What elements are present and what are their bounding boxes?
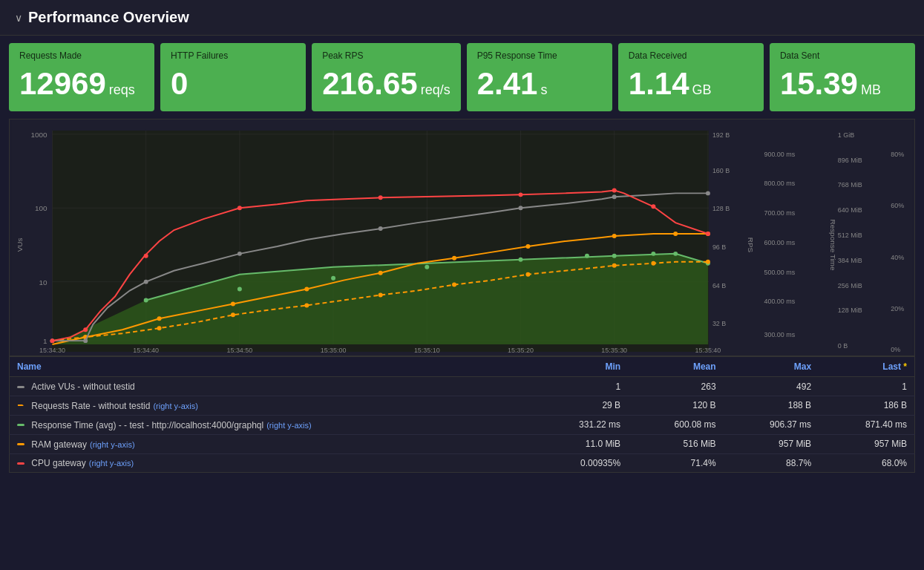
metric-unit-data-received: GB <box>692 83 712 98</box>
col-max: Max <box>724 357 819 377</box>
svg-point-76 <box>651 261 655 266</box>
svg-point-70 <box>231 313 235 318</box>
svg-text:512 MiB: 512 MiB <box>838 232 862 239</box>
series-color-indicator <box>17 404 24 407</box>
svg-text:768 MiB: 768 MiB <box>838 182 862 189</box>
metric-value-http-failures: 0 <box>171 67 295 101</box>
svg-point-58 <box>144 298 148 303</box>
metric-unit-data-sent: MB <box>861 83 881 98</box>
series-name: Response Time (avg) - - test - http://lo… <box>31 420 311 430</box>
series-color-indicator <box>17 443 24 445</box>
series-name-cell: Requests Rate - without testid(right y-a… <box>10 396 533 416</box>
svg-text:64 B: 64 B <box>712 282 726 289</box>
chart-section: 1000 100 10 1 VUs 192 B 160 B 128 B 96 B… <box>0 119 924 473</box>
series-color-indicator <box>17 386 24 388</box>
svg-point-89 <box>83 338 88 343</box>
series-max: 492 <box>724 377 819 396</box>
metric-value-peak-rps: 216.65 req/s <box>322 67 450 101</box>
metric-card-data-received: Data Received 1.14 GB <box>618 43 764 111</box>
svg-text:32 B: 32 B <box>712 320 726 327</box>
col-mean: Mean <box>628 357 724 377</box>
svg-point-86 <box>673 232 678 236</box>
svg-text:80%: 80% <box>891 151 904 158</box>
svg-text:1 GiB: 1 GiB <box>838 131 854 139</box>
metric-value-p95-response: 2.41 s <box>477 67 602 101</box>
metric-card-http-failures: HTTP Failures 0 <box>160 43 306 111</box>
chevron-icon: ∨ <box>15 12 22 24</box>
table-row: RAM gateway(right y-axis) 11.0 MiB 516 M… <box>10 434 915 453</box>
metric-label-requests-made: Requests Made <box>19 50 144 61</box>
svg-text:15:35:20: 15:35:20 <box>508 347 534 354</box>
legend-table: Name Min Mean Max Last * Active VUs - wi… <box>9 356 915 473</box>
series-mean: 120 B <box>628 396 724 416</box>
svg-text:VUs: VUs <box>16 238 24 252</box>
svg-text:384 MiB: 384 MiB <box>838 257 862 264</box>
metrics-row: Requests Made 12969 reqs HTTP Failures 0… <box>0 36 924 119</box>
metric-card-data-sent: Data Sent 15.39 MB <box>770 43 915 111</box>
svg-text:1: 1 <box>43 337 47 345</box>
svg-point-81 <box>304 287 309 292</box>
svg-text:256 MiB: 256 MiB <box>838 282 862 289</box>
series-name: CPU gateway(right y-axis) <box>31 458 134 468</box>
svg-point-69 <box>157 326 162 330</box>
svg-text:160 B: 160 B <box>712 167 730 174</box>
svg-point-95 <box>706 191 710 196</box>
svg-point-62 <box>519 258 523 262</box>
col-name: Name <box>10 357 533 377</box>
metric-number-data-received: 1.14 <box>629 67 689 101</box>
series-max: 957 MiB <box>724 434 819 453</box>
svg-point-79 <box>157 317 162 321</box>
svg-text:192 B: 192 B <box>712 131 730 139</box>
svg-text:15:34:50: 15:34:50 <box>226 347 252 354</box>
chart-svg: 1000 100 10 1 VUs 192 B 160 B 128 B 96 B… <box>10 119 914 356</box>
metric-unit-requests-made: reqs <box>109 83 135 98</box>
svg-point-85 <box>612 234 617 238</box>
series-max: 88.7% <box>724 453 819 473</box>
svg-text:100: 100 <box>35 204 47 212</box>
col-min: Min <box>533 357 629 377</box>
col-last: Last * <box>819 357 914 377</box>
svg-text:400.00 ms: 400.00 ms <box>764 298 795 306</box>
svg-point-101 <box>519 193 523 197</box>
metric-card-p95-response: P95 Response Time 2.41 s <box>467 43 612 111</box>
page-title: Performance Overview <box>28 9 189 26</box>
series-min: 1 <box>533 377 629 396</box>
series-last: 871.40 ms <box>819 415 914 434</box>
svg-point-77 <box>706 260 710 264</box>
series-name-cell: CPU gateway(right y-axis) <box>10 453 533 473</box>
table-row: Active VUs - without testid 1 263 492 1 <box>10 377 915 396</box>
svg-text:128 MiB: 128 MiB <box>838 307 862 315</box>
svg-text:96 B: 96 B <box>712 243 726 251</box>
svg-point-61 <box>425 265 429 269</box>
series-last: 957 MiB <box>819 434 914 453</box>
svg-point-83 <box>452 256 456 261</box>
series-last: 68.0% <box>819 453 914 473</box>
svg-point-104 <box>706 232 710 236</box>
series-min: 29 B <box>533 396 629 416</box>
svg-point-63 <box>585 254 589 258</box>
svg-text:700.00 ms: 700.00 ms <box>764 209 795 217</box>
metric-label-data-sent: Data Sent <box>780 50 905 61</box>
series-mean: 71.4% <box>628 453 724 473</box>
svg-point-72 <box>379 293 383 298</box>
metric-number-peak-rps: 216.65 <box>322 67 417 101</box>
svg-text:0 B: 0 B <box>838 342 848 350</box>
metric-label-peak-rps: Peak RPS <box>322 50 450 61</box>
svg-point-65 <box>651 252 655 256</box>
table-row: Response Time (avg) - - test - http://lo… <box>10 415 915 434</box>
svg-point-92 <box>379 226 383 231</box>
svg-text:500.00 ms: 500.00 ms <box>764 269 795 276</box>
series-color-indicator <box>17 462 24 465</box>
series-name-cell: Response Time (avg) - - test - http://lo… <box>10 415 533 434</box>
svg-point-80 <box>231 302 235 307</box>
svg-text:20%: 20% <box>891 306 904 313</box>
svg-point-71 <box>304 304 309 308</box>
svg-text:15:35:40: 15:35:40 <box>695 347 721 354</box>
svg-point-82 <box>379 271 383 275</box>
svg-text:15:34:30: 15:34:30 <box>39 347 65 354</box>
svg-point-94 <box>612 195 617 200</box>
series-min: 0.00935% <box>533 453 629 473</box>
svg-point-96 <box>50 338 54 343</box>
svg-text:15:35:10: 15:35:10 <box>414 347 440 354</box>
svg-point-99 <box>237 206 242 210</box>
